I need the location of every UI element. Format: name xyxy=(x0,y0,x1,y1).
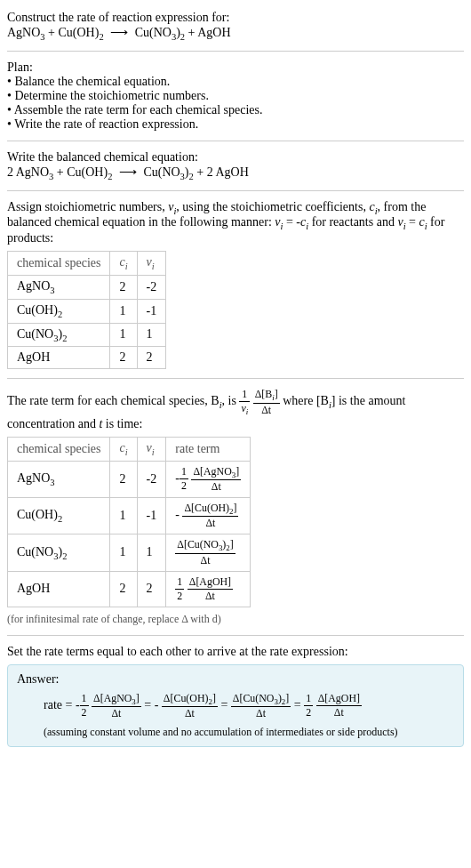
col-species: chemical species xyxy=(8,252,110,276)
product-1: Cu(NO xyxy=(135,26,172,39)
fraction: Δ[AgOH]Δt xyxy=(316,692,362,719)
text: = xyxy=(406,215,419,229)
eq-sign: = xyxy=(294,698,304,711)
fraction: 12 xyxy=(304,692,313,719)
balanced-equation: 2 AgNO3 + Cu(OH)2 ⟶ Cu(NO3)2 + 2 AgOH xyxy=(7,165,464,181)
cell-species: Cu(NO3)2 xyxy=(8,534,110,571)
text: , using the stoichiometric coefficients, xyxy=(176,200,369,213)
divider xyxy=(7,378,464,379)
cell-species: AgOH xyxy=(8,571,110,607)
coef: 2 xyxy=(207,165,213,179)
product-2: AgOH xyxy=(197,26,230,39)
cell-rate: - Δ[Cu(OH)2]Δt xyxy=(166,497,251,534)
cell-nu: 2 xyxy=(137,347,166,369)
cell-species: AgOH xyxy=(8,347,110,369)
cell-c: 2 xyxy=(110,275,137,299)
fraction: 1νi xyxy=(239,388,250,416)
col-rate: rate term xyxy=(166,437,251,461)
text: Assign stoichiometric numbers, xyxy=(7,200,168,213)
cell-c: 1 xyxy=(110,497,137,534)
plan-item: • Write the rate of reaction expression. xyxy=(7,117,464,132)
sub: 3 xyxy=(49,172,53,181)
product-2: AgOH xyxy=(215,165,248,179)
table-row: Cu(OH)2 1 -1 xyxy=(8,299,166,323)
answer-note: (assuming constant volume and no accumul… xyxy=(44,726,454,739)
table-header-row: chemical species ci νi rate term xyxy=(8,437,251,461)
intro-title: Construct the rate of reaction expressio… xyxy=(7,11,464,25)
sub: 2 xyxy=(189,172,194,181)
table-row: Cu(OH)2 1 -1 - Δ[Cu(OH)2]Δt xyxy=(8,497,251,534)
final-section: Set the rate terms equal to each other t… xyxy=(7,645,464,747)
reactant-1: AgNO xyxy=(16,165,49,179)
table-row: AgOH 2 2 12 Δ[AgOH]Δt xyxy=(8,571,251,607)
cell-c: 1 xyxy=(110,323,137,347)
fraction: Δ[Cu(NO3)2]Δt xyxy=(231,692,291,720)
balanced-title: Write the balanced chemical equation: xyxy=(7,150,464,165)
assign-section: Assign stoichiometric numbers, νi, using… xyxy=(7,200,464,370)
answer-box: Answer: rate = -12 Δ[AgNO3]Δt = - Δ[Cu(O… xyxy=(7,664,464,747)
infinitesimal-note: (for infinitesimal rate of change, repla… xyxy=(7,613,464,626)
cell-species: Cu(OH)2 xyxy=(8,299,110,323)
text: The rate term for each chemical species,… xyxy=(7,395,220,408)
intro-section: Construct the rate of reaction expressio… xyxy=(7,11,464,42)
stoich-table: chemical species ci νi AgNO3 2 -2 Cu(OH)… xyxy=(7,251,166,369)
table-row: Cu(NO3)2 1 1 Δ[Cu(NO3)2]Δt xyxy=(8,534,251,571)
cell-nu: 1 xyxy=(137,534,166,571)
product-1: Cu(NO xyxy=(143,165,180,179)
sub: 2 xyxy=(99,32,103,42)
table-header-row: chemical species ci νi xyxy=(8,252,166,276)
fraction: Δ[Cu(OH)2]Δt xyxy=(162,692,218,720)
sub: 2 xyxy=(108,172,112,181)
rate-word: rate xyxy=(44,698,62,711)
intro-equation: AgNO3 + Cu(OH)2 ⟶ Cu(NO3)2 + AgOH xyxy=(7,25,464,42)
cell-species: Cu(NO3)2 xyxy=(8,323,110,347)
table-row: Cu(NO3)2 1 1 xyxy=(8,323,166,347)
col-c: ci xyxy=(110,437,137,461)
cell-nu: -1 xyxy=(137,299,166,323)
sub: 2 xyxy=(180,32,185,42)
cell-c: 2 xyxy=(110,347,137,369)
neg: - xyxy=(155,698,159,711)
numerator: Δ[Bi] xyxy=(253,388,280,403)
eq-sign: = xyxy=(144,698,154,711)
text: , is xyxy=(222,395,240,408)
divider xyxy=(7,141,464,141)
plan-item: • Determine the stoichiometric numbers. xyxy=(7,89,464,103)
final-text: Set the rate terms equal to each other t… xyxy=(7,645,464,659)
col-nu: νi xyxy=(137,437,166,461)
table-row: AgNO3 2 -2 xyxy=(8,275,166,299)
plan-section: Plan: • Balance the chemical equation. •… xyxy=(7,60,464,132)
cell-species: AgNO3 xyxy=(8,275,110,299)
cell-nu: 1 xyxy=(137,323,166,347)
plan-item: • Assemble the rate term for each chemic… xyxy=(7,103,464,117)
cell-rate: -12 Δ[AgNO3]Δt xyxy=(166,461,251,497)
plan-title: Plan: xyxy=(7,60,464,75)
cell-c: 2 xyxy=(110,461,137,497)
table-row: AgNO3 2 -2 -12 Δ[AgNO3]Δt xyxy=(8,461,251,497)
cell-nu: -2 xyxy=(137,461,166,497)
divider xyxy=(7,635,464,636)
rateterm-section: The rate term for each chemical species,… xyxy=(7,388,464,625)
cell-c: 2 xyxy=(110,571,137,607)
divider xyxy=(7,51,464,52)
text: is time: xyxy=(102,417,142,430)
plan-text: Balance the chemical equation. xyxy=(14,75,170,88)
fraction: Δ[Bi]Δt xyxy=(253,388,280,416)
denominator: Δt xyxy=(253,404,280,417)
cell-nu: 2 xyxy=(137,571,166,607)
cell-nu: -1 xyxy=(137,497,166,534)
arrow-icon: ⟶ xyxy=(110,25,128,40)
cell-c: 1 xyxy=(110,299,137,323)
col-species: chemical species xyxy=(8,437,110,461)
divider xyxy=(7,190,464,191)
text: where [B xyxy=(283,395,329,408)
text: for reactants and xyxy=(308,215,397,229)
plan-text: Write the rate of reaction expression. xyxy=(14,117,198,131)
rate-table: chemical species ci νi rate term AgNO3 2… xyxy=(7,437,251,607)
eq-sign: = xyxy=(220,698,230,711)
cell-c: 1 xyxy=(110,534,137,571)
col-c: ci xyxy=(110,252,137,276)
arrow-icon: ⟶ xyxy=(119,165,137,180)
eq-sign: = xyxy=(62,698,76,711)
balanced-section: Write the balanced chemical equation: 2 … xyxy=(7,150,464,181)
